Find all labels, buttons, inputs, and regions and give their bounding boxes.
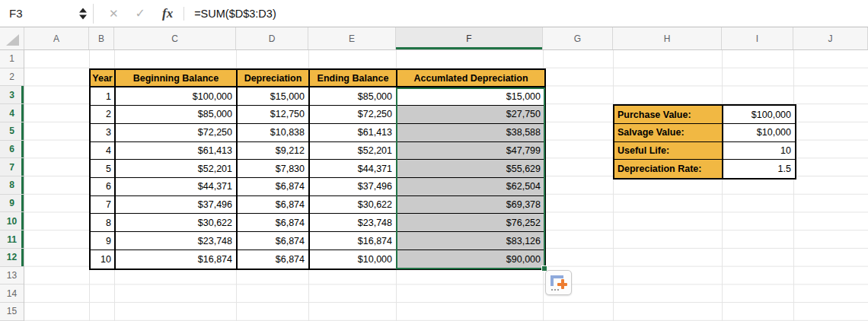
row-header-2[interactable]: 2 [0,68,24,87]
table-cell[interactable]: 9 [91,232,116,250]
column-header-j[interactable]: J [793,27,868,49]
table-cell[interactable]: 7 [91,196,116,215]
table-cell[interactable]: $23,748 [310,214,397,232]
table-cell[interactable]: $47,799 [397,142,544,160]
row-header-5[interactable]: 5 [0,122,24,141]
row-header-13[interactable]: 13 [0,267,24,285]
input-label-cell[interactable]: Salvage Value: [614,124,723,142]
table-cell[interactable]: $6,874 [238,250,310,269]
table-cell[interactable]: $30,622 [116,214,238,232]
table-cell[interactable]: $38,588 [397,124,544,142]
table-cell[interactable]: $9,212 [238,142,310,160]
row-header-12[interactable]: 12 [0,249,24,267]
name-box[interactable]: F3 [0,0,93,27]
table-cell[interactable]: $100,000 [116,87,238,106]
active-cell-f3[interactable]: $15,000 [397,87,544,106]
column-header-f[interactable]: F [396,27,543,49]
table-cell[interactable]: $61,413 [310,124,397,142]
table-cell[interactable]: 3 [91,124,116,142]
table-cell[interactable]: 1 [91,87,116,106]
input-value-cell[interactable]: 10 [723,142,795,160]
table-cell[interactable]: $27,750 [397,106,544,124]
table-cell[interactable]: $61,413 [116,142,238,160]
column-header-h[interactable]: H [613,27,722,49]
column-header-c[interactable]: C [114,27,236,49]
spinner-down-icon[interactable] [79,14,87,19]
input-label-cell[interactable]: Purchase Value: [614,106,723,124]
table-cell[interactable]: $85,000 [310,87,397,106]
table-cell[interactable]: $90,000 [397,250,544,269]
table-header-cell[interactable]: Accumlated Depreciation [397,70,544,88]
spinner-up-icon[interactable] [79,8,87,12]
table-cell[interactable]: $6,874 [238,196,310,215]
row-header-7[interactable]: 7 [0,158,24,176]
table-cell[interactable]: $52,201 [116,160,238,178]
autofill-options-button[interactable] [545,270,572,295]
column-header-i[interactable]: I [722,27,793,49]
name-box-spinner[interactable] [79,8,87,19]
table-cell[interactable]: 6 [91,178,116,196]
table-cell[interactable]: $69,378 [397,196,544,215]
table-cell[interactable]: $16,874 [310,232,397,250]
table-cell[interactable]: 5 [91,160,116,178]
sheet-cells-area[interactable]: Year Beginning Balance Depreciation Endi… [24,50,868,321]
input-label-cell[interactable]: Useful Life: [614,142,723,160]
divider [93,4,94,24]
table-cell[interactable]: $12,750 [238,106,310,124]
column-header-b[interactable]: B [89,27,114,49]
cancel-icon[interactable]: ✕ [109,7,119,21]
input-value-cell[interactable]: $10,000 [723,124,795,142]
table-cell[interactable]: $37,496 [310,178,397,196]
table-cell[interactable]: 2 [91,106,116,124]
insert-function-icon[interactable]: fx [162,6,173,21]
row-header-9[interactable]: 9 [0,195,24,213]
table-cell[interactable]: $72,250 [116,124,238,142]
table-cell[interactable]: $6,874 [238,232,310,250]
table-cell[interactable]: $10,838 [238,124,310,142]
table-cell[interactable]: $62,504 [397,178,544,196]
row-header-4[interactable]: 4 [0,104,24,122]
row-header-14[interactable]: 14 [0,284,24,303]
table-header-cell[interactable]: Year [91,70,116,88]
table-cell[interactable]: $83,126 [397,232,544,250]
row-header-15[interactable]: 15 [0,303,24,321]
row-header-1[interactable]: 1 [0,50,24,68]
column-header-a[interactable]: A [24,27,89,49]
input-label-cell[interactable]: Depreciation Rate: [614,160,723,178]
table-cell[interactable]: $30,622 [310,196,397,215]
row-header-10[interactable]: 10 [0,212,24,230]
column-header-e[interactable]: E [308,27,396,49]
row-header-3[interactable]: 3 [0,86,24,104]
table-cell[interactable]: $52,201 [310,142,397,160]
table-cell[interactable]: $23,748 [116,232,238,250]
table-cell[interactable]: $16,874 [116,250,238,269]
row-header-11[interactable]: 11 [0,230,24,249]
table-header-cell[interactable]: Ending Balance [310,70,397,88]
table-cell[interactable]: $72,250 [310,106,397,124]
table-header-cell[interactable]: Depreciation [238,70,310,88]
table-cell[interactable]: $85,000 [116,106,238,124]
input-value-cell[interactable]: $100,000 [723,106,795,124]
table-cell[interactable]: $44,371 [116,178,238,196]
table-cell[interactable]: $37,496 [116,196,238,215]
table-cell[interactable]: $6,874 [238,178,310,196]
row-header-6[interactable]: 6 [0,141,24,159]
enter-icon[interactable]: ✓ [136,6,145,21]
table-cell[interactable]: $15,000 [238,87,310,106]
table-cell[interactable]: $44,371 [310,160,397,178]
column-header-d[interactable]: D [236,27,308,49]
table-cell[interactable]: $76,252 [397,214,544,232]
row-header-8[interactable]: 8 [0,176,24,195]
table-cell[interactable]: $10,000 [310,250,397,269]
table-cell[interactable]: 8 [91,214,116,232]
column-header-g[interactable]: G [543,27,613,49]
table-cell[interactable]: $55,629 [397,160,544,178]
input-value-cell[interactable]: 1.5 [723,160,795,178]
table-cell[interactable]: 10 [91,250,116,269]
table-cell[interactable]: $6,874 [238,214,310,232]
table-cell[interactable]: 4 [91,142,116,160]
table-cell[interactable]: $7,830 [238,160,310,178]
formula-input[interactable]: =SUM($D$3:D3) [194,8,276,20]
table-header-cell[interactable]: Beginning Balance [116,70,238,88]
select-all-corner[interactable] [0,27,24,49]
